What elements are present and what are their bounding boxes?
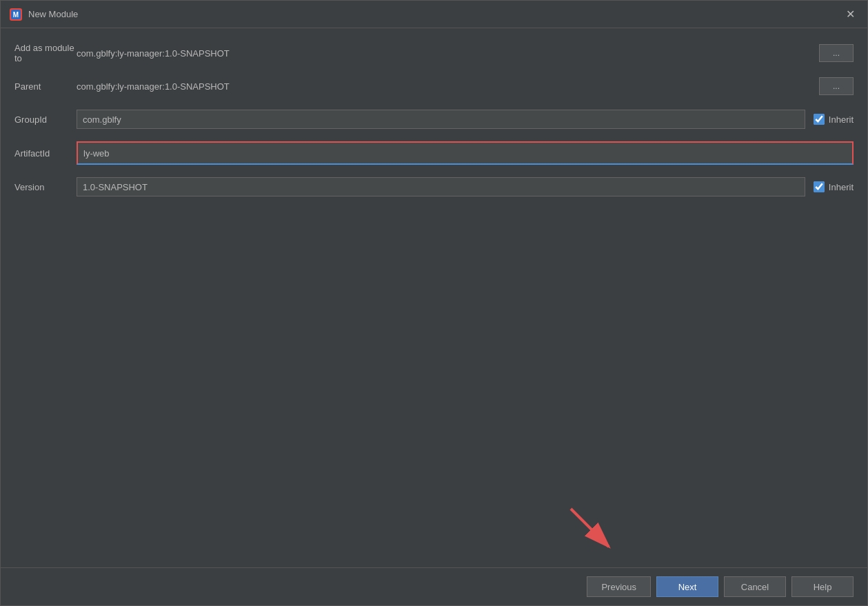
close-button[interactable]: ✕	[842, 6, 859, 22]
previous-button[interactable]: Previous	[587, 576, 651, 597]
dialog-content: Add as module to com.gblfy:ly-manager:1.…	[1, 28, 867, 567]
parent-value: com.gblfy:ly-manager:1.0-SNAPSHOT	[77, 81, 819, 92]
footer: Previous Next Cancel Help	[1, 567, 867, 605]
parent-row: Parent com.gblfy:ly-manager:1.0-SNAPSHOT…	[14, 75, 854, 97]
title-bar-left: M New Module	[9, 8, 78, 21]
groupid-inherit-checkbox[interactable]	[814, 114, 825, 125]
parent-browse-button[interactable]: ...	[819, 77, 854, 95]
new-module-dialog: M New Module ✕ Add as module to com.gblf…	[0, 0, 868, 606]
groupid-inherit-row: Inherit	[814, 114, 854, 125]
version-row: Version Inherit	[14, 176, 854, 198]
cancel-button[interactable]: Cancel	[724, 576, 786, 597]
parent-label: Parent	[14, 81, 77, 92]
help-button[interactable]: Help	[791, 576, 854, 597]
groupid-label: GroupId	[14, 114, 77, 125]
groupid-inherit-label: Inherit	[829, 114, 854, 125]
title-bar: M New Module ✕	[1, 1, 867, 28]
add-as-module-browse-button[interactable]: ...	[819, 44, 854, 62]
artifactid-label: ArtifactId	[14, 148, 77, 159]
add-as-module-value: com.gblfy:ly-manager:1.0-SNAPSHOT	[77, 48, 819, 59]
add-as-module-row: Add as module to com.gblfy:ly-manager:1.…	[14, 42, 854, 64]
dialog-title: New Module	[28, 9, 78, 19]
app-icon: M	[9, 8, 23, 21]
groupid-row: GroupId Inherit	[14, 108, 854, 130]
artifactid-row: ArtifactId	[14, 141, 854, 165]
groupid-input[interactable]	[77, 110, 805, 129]
next-button[interactable]: Next	[656, 576, 718, 597]
version-label: Version	[14, 182, 77, 192]
artifactid-input[interactable]	[77, 141, 854, 165]
version-input[interactable]	[77, 177, 805, 196]
svg-text:M: M	[13, 11, 19, 19]
version-inherit-row: Inherit	[814, 181, 854, 192]
add-as-module-label: Add as module to	[14, 43, 77, 63]
version-inherit-label: Inherit	[829, 182, 854, 192]
version-inherit-checkbox[interactable]	[814, 181, 825, 192]
